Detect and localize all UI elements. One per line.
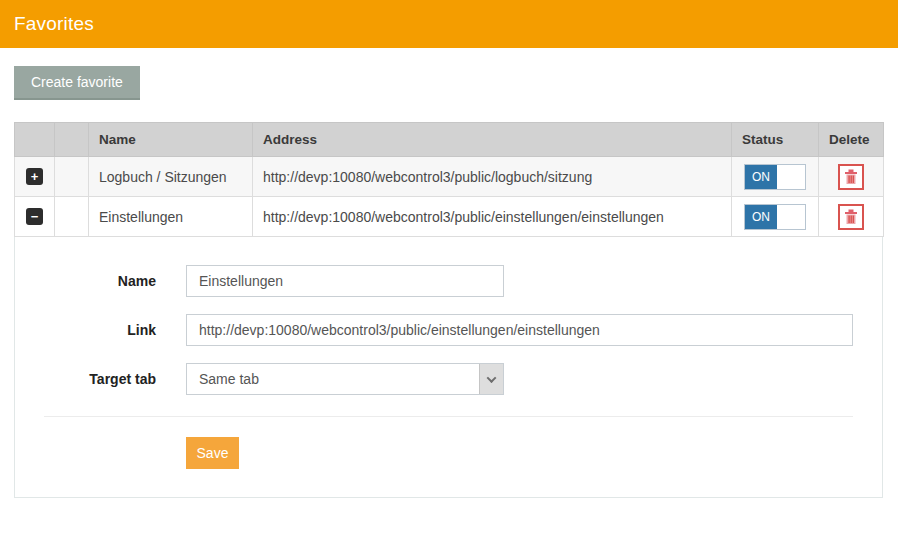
name-field[interactable] [186,265,504,297]
favorite-name: Einstellungen [89,197,253,237]
link-field[interactable] [186,314,853,346]
column-header-status: Status [732,123,819,157]
delete-button[interactable] [838,204,864,230]
save-button[interactable]: Save [186,437,239,469]
column-header-delete: Delete [819,123,884,157]
name-field-label: Name [44,273,156,289]
target-tab-label: Target tab [44,371,156,387]
table-header-row: Name Address Status Delete [15,123,884,157]
favorite-name: Logbuch / Sitzungen [89,157,253,197]
toggle-off-half [777,205,805,229]
expand-plus-icon[interactable]: + [26,168,43,185]
favorite-edit-panel: Name Link Target tab Same tab Save [14,237,883,498]
chevron-down-icon [479,364,503,394]
column-header-drag [55,123,89,157]
page-header: Favorites [0,0,898,48]
delete-button[interactable] [838,164,864,190]
column-header-expand [15,123,55,157]
table-row: + Logbuch / Sitzungen http://devp:10080/… [15,157,884,197]
trash-icon [844,169,858,185]
collapse-minus-icon[interactable]: − [26,208,43,225]
favorites-table: Name Address Status Delete + Logbuch / S… [14,122,883,237]
page-title: Favorites [14,13,94,35]
target-tab-selected-value: Same tab [187,371,479,387]
toggle-on-label: ON [745,165,777,189]
column-header-name: Name [89,123,253,157]
column-header-address: Address [253,123,732,157]
create-favorite-button[interactable]: Create favorite [14,66,140,100]
toggle-off-half [777,165,805,189]
form-divider [44,416,853,417]
trash-icon [844,209,858,225]
toggle-on-label: ON [745,205,777,229]
favorite-address: http://devp:10080/webcontrol3/public/ein… [253,197,732,237]
target-tab-select[interactable]: Same tab [186,363,504,395]
status-toggle[interactable]: ON [744,164,806,190]
drag-cell [55,197,89,237]
toolbar: Create favorite [14,66,898,100]
drag-cell [55,157,89,197]
status-toggle[interactable]: ON [744,204,806,230]
favorite-address: http://devp:10080/webcontrol3/public/log… [253,157,732,197]
table-row: − Einstellungen http://devp:10080/webcon… [15,197,884,237]
link-field-label: Link [44,322,156,338]
